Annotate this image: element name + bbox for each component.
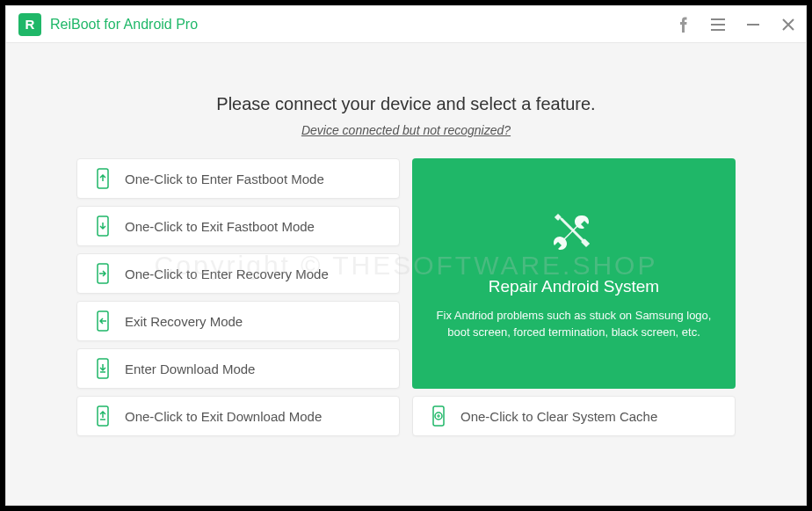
app-window: R ReiBoot for Android Pro Copyright © TH…	[5, 5, 807, 506]
device-not-recognized-link[interactable]: Device connected but not recognized?	[301, 123, 511, 137]
exit-recovery-button[interactable]: Exit Recovery Mode	[76, 301, 400, 341]
phone-recovery-out-icon	[93, 311, 112, 331]
option-label: Enter Download Mode	[125, 361, 255, 376]
main-content: Copyright © THESOFTWARE.SHOP Please conn…	[6, 43, 806, 505]
option-label: One-Click to Exit Download Mode	[125, 409, 322, 424]
option-label: One-Click to Exit Fastboot Mode	[125, 219, 315, 234]
titlebar: R ReiBoot for Android Pro	[6, 6, 806, 43]
option-label: Exit Recovery Mode	[125, 314, 243, 329]
svg-rect-2	[711, 29, 725, 31]
option-label: One-Click to Enter Recovery Mode	[125, 266, 329, 281]
exit-fastboot-button[interactable]: One-Click to Exit Fastboot Mode	[76, 206, 400, 246]
facebook-button[interactable]	[665, 6, 700, 43]
enter-download-button[interactable]: Enter Download Mode	[76, 348, 400, 389]
close-icon	[782, 18, 794, 31]
minimize-button[interactable]	[736, 6, 771, 43]
tools-icon	[549, 207, 598, 259]
phone-recovery-in-icon	[93, 264, 112, 283]
repair-title: Repair Android System	[489, 277, 659, 296]
enter-fastboot-button[interactable]: One-Click to Enter Fastboot Mode	[76, 158, 400, 199]
left-column: One-Click to Enter Fastboot Mode One-Cli…	[76, 158, 400, 436]
titlebar-controls	[665, 6, 806, 43]
minimize-icon	[747, 18, 759, 31]
right-column: Repair Android System Fix Andriod proble…	[412, 158, 736, 436]
svg-rect-3	[747, 24, 759, 26]
phone-download-out-icon	[93, 406, 112, 426]
clear-cache-button[interactable]: One-Click to Clear System Cache	[412, 396, 736, 436]
exit-download-button[interactable]: One-Click to Exit Download Mode	[76, 396, 400, 436]
hamburger-icon	[711, 18, 725, 31]
option-label: One-Click to Clear System Cache	[460, 409, 657, 424]
feature-grid: One-Click to Enter Fastboot Mode One-Cli…	[76, 158, 736, 436]
repair-system-card[interactable]: Repair Android System Fix Andriod proble…	[412, 158, 736, 389]
phone-down-icon	[93, 216, 112, 236]
menu-button[interactable]	[700, 6, 736, 43]
facebook-icon	[678, 17, 688, 33]
close-button[interactable]	[771, 6, 806, 43]
repair-description: Fix Andriod problems such as stuck on Sa…	[433, 307, 714, 341]
phone-cache-icon	[429, 406, 448, 426]
svg-rect-1	[711, 24, 725, 26]
app-logo-icon: R	[18, 13, 41, 36]
logo-letter: R	[25, 17, 35, 32]
enter-recovery-button[interactable]: One-Click to Enter Recovery Mode	[76, 253, 400, 294]
page-heading: Please connect your device and select a …	[216, 94, 595, 114]
app-title: ReiBoot for Android Pro	[50, 17, 665, 33]
option-label: One-Click to Enter Fastboot Mode	[125, 172, 324, 186]
phone-download-in-icon	[93, 359, 112, 378]
svg-rect-0	[711, 18, 725, 20]
phone-up-icon	[93, 169, 112, 188]
